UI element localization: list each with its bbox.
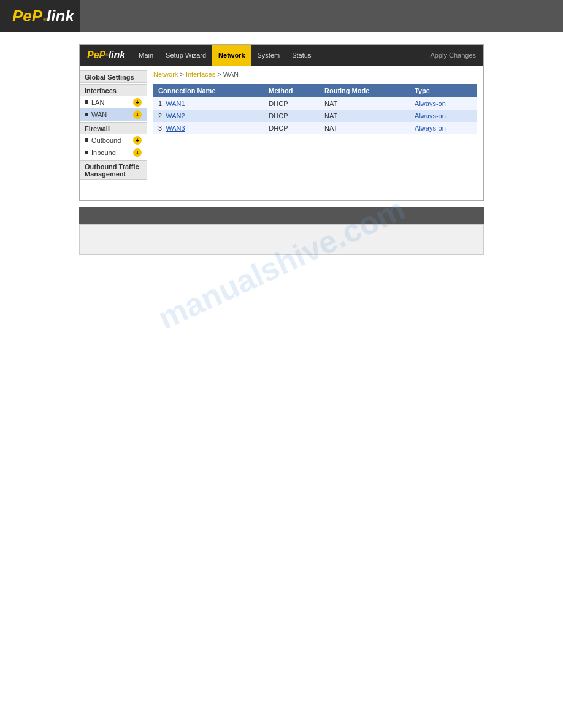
nav-item-network[interactable]: Network xyxy=(212,45,251,66)
wan-link-3[interactable]: WAN3 xyxy=(166,124,185,132)
sidebar-plus-outbound[interactable]: + xyxy=(133,136,142,145)
td-type-1: Always-on xyxy=(410,97,477,110)
td-routing-mode-1: NAT xyxy=(320,97,410,110)
td-routing-mode-2: NAT xyxy=(320,110,410,122)
breadcrumb-sep2: > xyxy=(217,70,223,78)
sidebar-section-global-settings: Global Settings xyxy=(80,70,147,83)
sidebar-bullet-lan xyxy=(85,100,88,104)
nav-logo-pep: PeP xyxy=(87,50,105,61)
td-type-2: Always-on xyxy=(410,110,477,122)
sidebar-label-wan: WAN xyxy=(91,111,133,118)
th-method: Method xyxy=(264,84,320,97)
table-row: 2. WAN2 DHCP NAT Always-on xyxy=(153,110,477,122)
sidebar-plus-lan[interactable]: + xyxy=(133,98,142,107)
sidebar-section-outbound-traffic: Outbound Traffic Management xyxy=(80,160,147,180)
breadcrumb-wan: WAN xyxy=(223,70,239,78)
sidebar-plus-wan[interactable]: + xyxy=(133,110,142,119)
th-routing-mode: Routing Mode xyxy=(320,84,410,97)
bottom-content xyxy=(79,224,484,255)
sidebar: Global Settings Interfaces LAN + WAN + xyxy=(80,66,147,200)
main-content: Network > Interfaces > WAN Connection Na… xyxy=(147,66,483,200)
sidebar-bullet-inbound xyxy=(85,151,88,154)
breadcrumb: Network > Interfaces > WAN xyxy=(153,70,477,78)
nav-spacer xyxy=(317,45,423,66)
td-connection-name-2: 2. WAN2 xyxy=(153,110,264,122)
brand-link: link xyxy=(47,7,74,26)
sidebar-section-firewall: Firewall xyxy=(80,122,147,134)
td-routing-mode-3: NAT xyxy=(320,122,410,134)
brand-pep: PeP xyxy=(12,7,42,26)
wan-table: Connection Name Method Routing Mode Type… xyxy=(153,84,477,134)
sidebar-item-lan[interactable]: LAN + xyxy=(80,96,147,108)
td-method-3: DHCP xyxy=(264,122,320,134)
sidebar-bullet-outbound xyxy=(85,138,88,142)
bottom-bar xyxy=(79,207,484,224)
content-area: Global Settings Interfaces LAN + WAN + xyxy=(80,66,483,200)
apply-changes-button[interactable]: Apply Changes xyxy=(423,45,483,66)
breadcrumb-network[interactable]: Network xyxy=(153,70,178,78)
wan-link-2[interactable]: WAN2 xyxy=(166,112,185,119)
nav-item-status[interactable]: Status xyxy=(286,45,317,66)
sidebar-item-inbound[interactable]: Inbound + xyxy=(80,146,147,159)
nav-logo: PeP®link xyxy=(80,45,132,66)
breadcrumb-interfaces[interactable]: Interfaces xyxy=(186,70,215,78)
top-bar: PeP®link xyxy=(0,0,563,32)
td-method-1: DHCP xyxy=(264,97,320,110)
th-connection-name: Connection Name xyxy=(153,84,264,97)
nav-items: Main Setup Wizard Network System Status xyxy=(132,45,317,66)
th-type: Type xyxy=(410,84,477,97)
td-type-3: Always-on xyxy=(410,122,477,134)
sidebar-bullet-wan xyxy=(85,113,88,116)
row-num-2: 2. xyxy=(158,112,166,119)
table-row: 1. WAN1 DHCP NAT Always-on xyxy=(153,97,477,110)
nav-bar: PeP®link Main Setup Wizard Network Syste… xyxy=(80,45,483,66)
ui-container: PeP®link Main Setup Wizard Network Syste… xyxy=(79,44,484,201)
nav-item-system[interactable]: System xyxy=(251,45,286,66)
table-row: 3. WAN3 DHCP NAT Always-on xyxy=(153,122,477,134)
brand-logo: PeP®link xyxy=(12,7,74,26)
type-value-3: Always-on xyxy=(415,124,446,132)
sidebar-label-lan: LAN xyxy=(91,99,133,106)
type-value-2: Always-on xyxy=(415,112,446,119)
table-header-row: Connection Name Method Routing Mode Type xyxy=(153,84,477,97)
row-num-1: 1. xyxy=(158,100,166,107)
nav-item-main[interactable]: Main xyxy=(132,45,159,66)
sidebar-item-wan[interactable]: WAN + xyxy=(80,108,147,121)
sidebar-item-outbound[interactable]: Outbound + xyxy=(80,134,147,146)
nav-item-setup-wizard[interactable]: Setup Wizard xyxy=(159,45,212,66)
sidebar-plus-inbound[interactable]: + xyxy=(133,148,142,157)
td-method-2: DHCP xyxy=(264,110,320,122)
td-connection-name-3: 3. WAN3 xyxy=(153,122,264,134)
sidebar-label-outbound: Outbound xyxy=(91,137,133,144)
wan-link-1[interactable]: WAN1 xyxy=(166,100,185,107)
page-wrapper: PeP®link Main Setup Wizard Network Syste… xyxy=(0,32,563,267)
sidebar-section-interfaces: Interfaces xyxy=(80,84,147,96)
sidebar-label-inbound: Inbound xyxy=(91,149,133,156)
type-value-1: Always-on xyxy=(415,100,446,107)
td-connection-name-1: 1. WAN1 xyxy=(153,97,264,110)
nav-logo-link: link xyxy=(109,50,126,61)
breadcrumb-sep1: > xyxy=(180,70,185,78)
row-num-3: 3. xyxy=(158,124,166,132)
top-bar-filler xyxy=(80,0,563,32)
